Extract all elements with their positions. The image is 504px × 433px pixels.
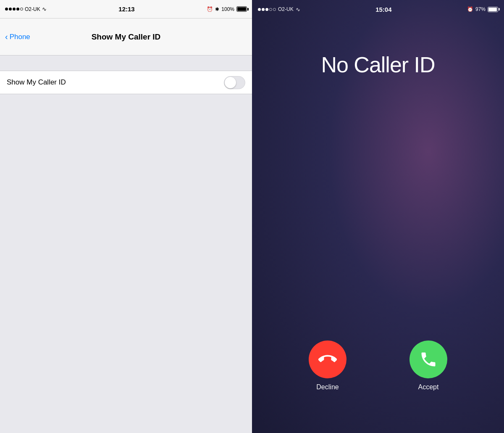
right-signal-dots bbox=[258, 8, 276, 11]
caller-id-title: No Caller ID bbox=[252, 52, 504, 77]
signal-dot-5 bbox=[20, 8, 23, 11]
signal-dots bbox=[5, 8, 23, 11]
right-time: 15:04 bbox=[375, 6, 391, 13]
left-battery-icon bbox=[236, 6, 247, 12]
signal-dot-4 bbox=[16, 8, 19, 11]
signal-dot-3 bbox=[13, 8, 16, 11]
right-status-right: ⏰ 97% bbox=[467, 6, 498, 12]
right-alarm-icon: ⏰ bbox=[467, 6, 473, 12]
toggle-thumb bbox=[225, 77, 236, 88]
back-button[interactable]: ‹ Phone bbox=[5, 33, 30, 41]
right-signal-dot-1 bbox=[258, 8, 261, 11]
right-battery-text: 97% bbox=[475, 6, 486, 12]
left-battery-fill bbox=[237, 7, 246, 11]
nav-title: Show My Caller ID bbox=[92, 32, 161, 42]
decline-button-wrapper: Decline bbox=[309, 341, 346, 391]
wifi-icon: ∿ bbox=[42, 6, 47, 12]
alarm-icon: ⏰ bbox=[207, 6, 213, 12]
left-panel: O2-UK ∿ 12:13 ⏰ ✱ 100% ‹ Phone Show My C… bbox=[0, 0, 252, 433]
row-label: Show My Caller ID bbox=[7, 78, 66, 87]
signal-dot-1 bbox=[5, 8, 8, 11]
decline-phone-icon bbox=[318, 350, 337, 369]
settings-row: Show My Caller ID bbox=[0, 71, 252, 94]
accept-label: Accept bbox=[418, 383, 439, 391]
accept-button[interactable] bbox=[410, 341, 447, 378]
right-status-left: O2-UK ∿ bbox=[258, 6, 300, 13]
right-signal-dot-3 bbox=[265, 8, 268, 11]
bluetooth-icon: ✱ bbox=[215, 6, 219, 12]
right-signal-dot-5 bbox=[273, 8, 276, 11]
back-label: Phone bbox=[10, 33, 30, 41]
caller-id-toggle[interactable] bbox=[224, 76, 245, 89]
right-status-bar: O2-UK ∿ 15:04 ⏰ 97% bbox=[252, 0, 504, 18]
signal-dot-2 bbox=[9, 8, 12, 11]
decline-label: Decline bbox=[316, 383, 339, 391]
left-carrier: O2-UK bbox=[25, 6, 40, 12]
left-status-right: ⏰ ✱ 100% bbox=[207, 6, 247, 12]
back-chevron-icon: ‹ bbox=[5, 32, 8, 41]
right-signal-dot-2 bbox=[262, 8, 265, 11]
left-nav-bar: ‹ Phone Show My Caller ID bbox=[0, 18, 252, 55]
accept-phone-icon bbox=[419, 350, 438, 369]
right-battery-fill bbox=[488, 8, 497, 11]
right-battery-icon bbox=[488, 7, 498, 12]
left-status-left: O2-UK ∿ bbox=[5, 6, 47, 12]
right-wifi-icon: ∿ bbox=[296, 6, 300, 13]
section-header bbox=[0, 55, 252, 71]
right-panel: O2-UK ∿ 15:04 ⏰ 97% No Caller ID Decline bbox=[252, 0, 504, 433]
left-content-area bbox=[0, 94, 252, 433]
call-buttons: Decline Accept bbox=[252, 341, 504, 391]
left-time: 12:13 bbox=[118, 5, 134, 13]
right-signal-dot-4 bbox=[269, 8, 272, 11]
left-battery-text: 100% bbox=[221, 6, 234, 12]
right-carrier: O2-UK bbox=[278, 6, 294, 12]
decline-button[interactable] bbox=[309, 341, 346, 378]
left-status-bar: O2-UK ∿ 12:13 ⏰ ✱ 100% bbox=[0, 0, 252, 18]
accept-button-wrapper: Accept bbox=[410, 341, 447, 391]
